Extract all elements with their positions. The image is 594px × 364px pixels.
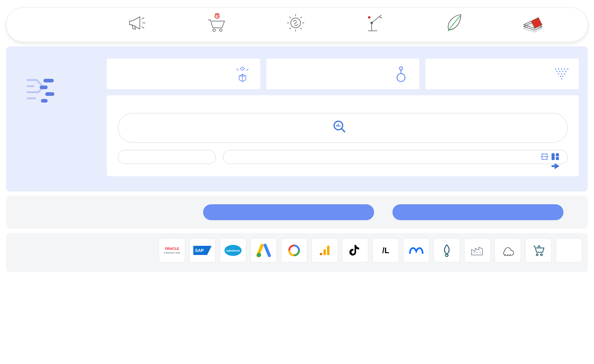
google-tooling-button[interactable]	[203, 204, 374, 220]
svg-point-41	[541, 254, 542, 256]
svg-point-11	[397, 74, 405, 82]
svg-point-14	[561, 68, 562, 70]
card-application-layer	[107, 59, 260, 89]
app-layer-icon	[233, 65, 252, 83]
pill-bigquery-models	[118, 113, 568, 143]
source-etc	[556, 238, 582, 265]
cortex-cards	[107, 59, 579, 89]
svg-rect-7	[40, 86, 48, 89]
source-sap: SAP	[189, 238, 216, 265]
svg-point-10	[399, 67, 403, 70]
data-sources-row: ORACLEE-Business Suite SAP salesforce	[6, 233, 588, 272]
svg-point-0	[213, 29, 215, 31]
svg-rect-37	[323, 249, 326, 255]
svg-point-4	[371, 22, 373, 24]
innovation-item-finance	[523, 13, 543, 36]
sustainability-source-icon	[434, 238, 460, 262]
partners-icon	[525, 238, 552, 262]
svg-point-12	[555, 68, 556, 70]
partner-tooling-button[interactable]	[392, 204, 563, 220]
gear-link-icon	[286, 13, 305, 33]
liveramp-icon: /L	[373, 238, 399, 262]
pill-data-engine	[118, 150, 216, 164]
data-sources-grid: ORACLEE-Business Suite SAP salesforce	[159, 238, 582, 265]
svg-point-25	[562, 76, 563, 77]
megaphone-icon	[128, 13, 147, 33]
svg-point-1	[220, 29, 222, 31]
data-management-row	[6, 196, 588, 229]
source-liveramp: /L	[373, 238, 399, 265]
pipeline-mini-icons	[536, 153, 560, 170]
pill-pipelines	[223, 150, 568, 164]
ga4-icon	[312, 238, 338, 262]
leaf-icon	[444, 13, 464, 33]
magnifier-chart-icon	[333, 120, 346, 136]
cortex-framework-row	[6, 46, 588, 191]
svg-point-39	[446, 254, 448, 257]
svg-rect-29	[556, 153, 559, 156]
svg-point-19	[562, 71, 563, 72]
tooling-buttons	[159, 204, 576, 220]
source-oracle: ORACLEE-Business Suite	[159, 238, 185, 265]
robot-arm-icon	[365, 13, 384, 33]
innovation-item-sales	[207, 13, 226, 36]
svg-text:salesforce: salesforce	[226, 249, 240, 252]
svg-point-20	[565, 71, 567, 72]
innovation-items	[98, 13, 572, 36]
svg-point-34	[257, 253, 261, 257]
svg-point-15	[564, 68, 565, 70]
cortex-left	[15, 59, 107, 176]
source-ads	[250, 238, 277, 265]
card-vertex-ai	[425, 59, 579, 89]
etc-icon	[556, 238, 582, 262]
svg-rect-28	[552, 153, 555, 160]
innovation-item-manufacturing	[365, 13, 384, 36]
svg-point-13	[558, 68, 559, 70]
svg-point-23	[564, 73, 565, 75]
svg-point-38	[320, 253, 322, 255]
sap-icon: SAP	[189, 238, 216, 262]
source-ga4	[312, 238, 338, 265]
innovation-item-marketing	[128, 13, 147, 36]
svg-point-24	[560, 76, 561, 77]
data-innovation-row	[6, 7, 588, 42]
source-cm360	[281, 238, 307, 265]
salesforce-icon: salesforce	[220, 238, 246, 262]
innovation-item-supply-chain	[286, 13, 305, 36]
google-ads-icon	[250, 238, 277, 262]
source-partners	[525, 238, 552, 265]
meta-icon	[403, 238, 429, 262]
svg-point-26	[561, 78, 562, 79]
weather-icon	[495, 238, 521, 262]
svg-rect-36	[327, 246, 330, 255]
svg-rect-30	[556, 157, 559, 160]
money-stack-icon	[523, 13, 543, 33]
card-looker	[266, 59, 420, 89]
svg-point-16	[567, 68, 568, 70]
source-sustainability-src	[434, 238, 460, 265]
svg-rect-6	[43, 79, 54, 82]
svg-rect-8	[45, 92, 54, 96]
svg-point-5	[368, 16, 370, 19]
source-public	[495, 238, 521, 265]
svg-point-18	[559, 71, 560, 72]
factory-icon	[464, 238, 490, 262]
svg-point-17	[556, 71, 557, 72]
vertex-ai-icon	[552, 65, 570, 83]
cortex-foundation	[107, 95, 579, 176]
source-tiktok	[342, 238, 368, 265]
svg-rect-9	[41, 99, 48, 103]
tiktok-icon	[342, 238, 368, 262]
source-factory	[464, 238, 490, 265]
svg-point-22	[561, 73, 562, 75]
cortex-chip-icon	[21, 71, 58, 107]
cm360-icon	[281, 238, 307, 262]
cart-icon	[207, 13, 226, 33]
source-salesforce: salesforce	[220, 238, 246, 265]
looker-icon	[392, 65, 411, 83]
source-meta	[403, 238, 429, 265]
svg-point-40	[536, 254, 538, 256]
innovation-item-sustainability	[444, 13, 464, 36]
oracle-icon: ORACLEE-Business Suite	[159, 238, 185, 262]
svg-text:SAP: SAP	[195, 248, 204, 253]
